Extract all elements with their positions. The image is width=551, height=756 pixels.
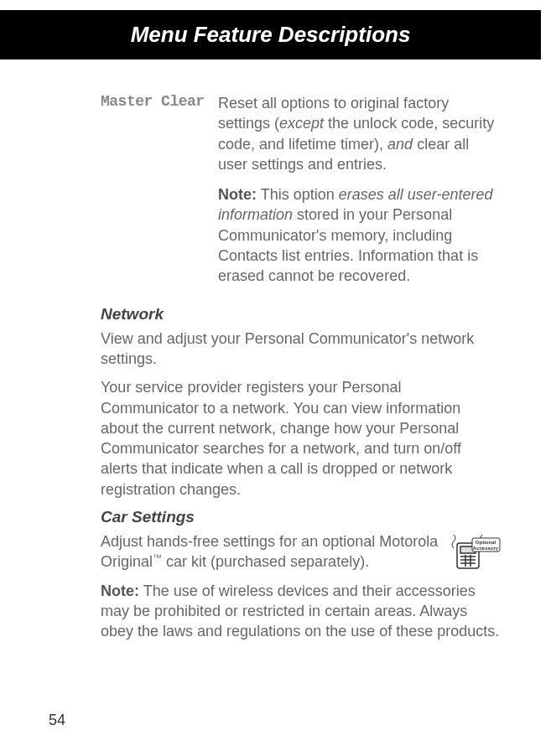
- car-settings-text: Adjust hands-free settings for an option…: [101, 531, 440, 581]
- network-p1: View and adjust your Personal Communicat…: [101, 329, 501, 370]
- network-heading: Network: [101, 305, 501, 324]
- master-clear-p1: Reset all options to original factory se…: [218, 93, 501, 174]
- content-area: Master Clear Reset all options to origin…: [0, 60, 551, 642]
- optional-accessory-icon: Optional Accessory: [450, 528, 501, 577]
- page-header: Menu Feature Descriptions: [0, 10, 541, 60]
- master-clear-term: Master Clear: [101, 93, 218, 297]
- svg-text:Optional: Optional: [476, 540, 496, 545]
- header-title: Menu Feature Descriptions: [131, 22, 411, 47]
- page-number: 54: [49, 712, 65, 729]
- car-settings-heading: Car Settings: [101, 508, 501, 526]
- master-clear-description: Reset all options to original factory se…: [218, 93, 501, 297]
- svg-text:Accessory: Accessory: [473, 546, 499, 551]
- car-settings-note: Note: The use of wireless devices and th…: [101, 581, 501, 642]
- master-clear-row: Master Clear Reset all options to origin…: [101, 93, 501, 297]
- network-p2: Your service provider registers your Per…: [101, 377, 501, 500]
- master-clear-note: Note: This option erases all user-entere…: [218, 184, 501, 286]
- car-settings-row: Adjust hands-free settings for an option…: [101, 531, 501, 581]
- car-settings-p1: Adjust hands-free settings for an option…: [101, 531, 440, 572]
